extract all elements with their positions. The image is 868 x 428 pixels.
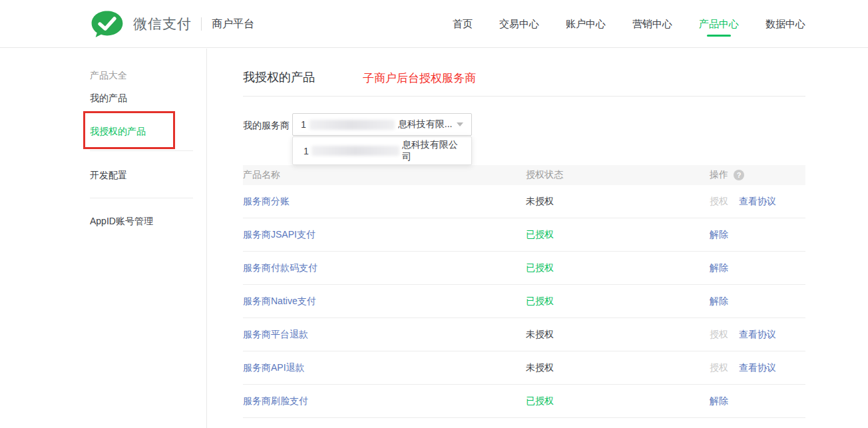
row-actions: 解除 [710, 296, 805, 308]
sidebar-item-label: 我授权的产品 [90, 126, 146, 136]
action-link-disabled[interactable]: 授权 [710, 362, 728, 374]
table-row: 服务商Native支付 已授权 解除 [243, 285, 805, 318]
status-text: 未授权 [526, 329, 554, 339]
status-text: 已授权 [526, 262, 554, 273]
table-row: 服务商分账 未授权 授权查看协议 [243, 185, 805, 218]
sidebar-divider-vertical [206, 49, 207, 428]
sidebar-item-label: 产品大全 [90, 70, 127, 81]
product-link[interactable]: 服务商分账 [243, 196, 290, 206]
table-row: 服务商JSAPI支付 已授权 解除 [243, 218, 805, 252]
row-actions: 授权查看协议 [710, 362, 805, 374]
product-link[interactable]: 服务商刷脸支付 [243, 395, 308, 406]
row-actions: 解除 [710, 395, 805, 407]
row-actions: 授权查看协议 [710, 196, 805, 208]
nav-item-label: 账户中心 [566, 18, 606, 29]
nav-item-account-center[interactable]: 账户中心 [566, 18, 606, 31]
nav-item-marketing-center[interactable]: 营销中心 [632, 18, 672, 31]
action-link-disabled[interactable]: 授权 [710, 196, 728, 208]
sidebar-item-my-products[interactable]: 我的产品 [90, 93, 127, 105]
sidebar-item-label: AppID账号管理 [90, 216, 153, 226]
logo-link[interactable]: 微信支付 商户平台 [89, 0, 254, 48]
sidebar-divider [90, 198, 193, 198]
provider-option-suffix: 息科技有限公司 [402, 139, 461, 163]
action-link[interactable]: 查看协议 [739, 329, 776, 341]
table-row: 服务商付款码支付 已授权 解除 [243, 252, 805, 285]
logo-separator [201, 17, 202, 31]
product-link[interactable]: 服务商付款码支付 [243, 262, 318, 273]
redacted-text [312, 146, 399, 156]
top-nav: 首页 交易中心 账户中心 营销中心 产品中心 数据中心 [453, 0, 805, 48]
status-text: 未授权 [526, 196, 554, 206]
table-body: 服务商分账 未授权 授权查看协议 服务商JSAPI支付 已授权 解除 服务商付款… [243, 185, 805, 418]
provider-label: 我的服务商 [243, 120, 290, 132]
table-row: 服务商刷脸支付 已授权 解除 [243, 385, 805, 418]
nav-item-label: 交易中心 [499, 18, 539, 29]
action-link[interactable]: 查看协议 [739, 362, 776, 374]
sidebar-item-label: 我的产品 [90, 93, 127, 103]
product-link[interactable]: 服务商JSAPI支付 [243, 229, 316, 240]
platform-subtitle: 商户平台 [212, 17, 254, 31]
nav-item-label: 首页 [453, 18, 473, 29]
active-tab-underline [707, 35, 731, 37]
wechat-pay-logo-icon [89, 10, 125, 38]
col-header-operations-label: 操作 [710, 169, 728, 181]
provider-select[interactable]: 1 息科技有限... [292, 113, 472, 136]
action-link-disabled[interactable]: 授权 [710, 329, 728, 341]
nav-item-home[interactable]: 首页 [453, 18, 473, 31]
provider-option[interactable]: 1 息科技有限公司 [293, 137, 471, 164]
table-row: 服务商平台退款 未授权 授权查看协议 [243, 318, 805, 351]
row-actions: 解除 [710, 262, 805, 274]
merchant-platform-page: 微信支付 商户平台 首页 交易中心 账户中心 营销中心 产品中心 数据中心 产品… [0, 0, 868, 428]
nav-item-transaction-center[interactable]: 交易中心 [499, 18, 539, 31]
status-text: 未授权 [526, 362, 554, 373]
authorized-products-table: 产品名称 授权状态 操作 ? 服务商分账 未授权 授权查看协议 服务商JSAPI… [243, 165, 805, 418]
provider-option-prefix: 1 [304, 146, 309, 156]
product-link[interactable]: 服务商API退款 [243, 362, 305, 373]
red-annotation-text: 子商户后台授权服务商 [363, 71, 476, 86]
col-header-auth-status: 授权状态 [526, 169, 710, 181]
action-link[interactable]: 解除 [710, 395, 728, 407]
nav-item-data-center[interactable]: 数据中心 [765, 18, 805, 31]
redacted-text [310, 120, 395, 130]
sidebar-divider [90, 150, 193, 151]
status-text: 已授权 [526, 229, 554, 240]
sidebar-item-label: 开发配置 [90, 170, 127, 180]
nav-item-label: 产品中心 [699, 18, 739, 29]
table-header-row: 产品名称 授权状态 操作 ? [243, 165, 805, 185]
chevron-down-icon [457, 122, 463, 126]
status-text: 已授权 [526, 395, 554, 406]
product-link[interactable]: 服务商Native支付 [243, 296, 316, 306]
sidebar-item-product-catalog: 产品大全 [90, 70, 127, 82]
nav-item-product-center[interactable]: 产品中心 [699, 18, 739, 31]
status-text: 已授权 [526, 296, 554, 306]
row-actions: 解除 [710, 229, 805, 241]
help-icon[interactable]: ? [734, 170, 744, 180]
col-header-product-name: 产品名称 [243, 169, 526, 181]
action-link[interactable]: 解除 [710, 296, 728, 308]
nav-item-label: 数据中心 [765, 18, 805, 29]
nav-item-label: 营销中心 [632, 18, 672, 29]
provider-select-value-prefix: 1 [301, 119, 306, 130]
provider-select-value-suffix: 息科技有限... [398, 118, 453, 130]
col-header-operations: 操作 ? [710, 169, 805, 181]
sidebar-item-appid-management[interactable]: AppID账号管理 [90, 216, 153, 228]
logo-text: 微信支付 [133, 15, 192, 33]
provider-dropdown: 1 息科技有限公司 [292, 136, 472, 165]
action-link[interactable]: 解除 [710, 229, 728, 241]
sidebar-item-dev-config[interactable]: 开发配置 [90, 170, 127, 182]
row-actions: 授权查看协议 [710, 329, 805, 341]
sidebar-item-my-authorized-products[interactable]: 我授权的产品 [90, 126, 146, 138]
product-link[interactable]: 服务商平台退款 [243, 329, 308, 339]
page-title: 我授权的产品 [243, 69, 315, 85]
action-link[interactable]: 查看协议 [739, 196, 776, 208]
title-divider [243, 96, 805, 97]
action-link[interactable]: 解除 [710, 262, 728, 274]
table-row: 服务商API退款 未授权 授权查看协议 [243, 351, 805, 385]
